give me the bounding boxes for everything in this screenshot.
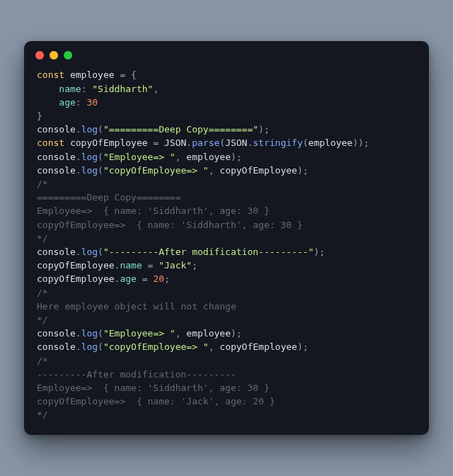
- ident-employee: employee: [186, 152, 231, 162]
- comment-line: Here employee object will not change: [37, 301, 236, 312]
- string-jack: "Jack": [159, 260, 192, 271]
- comment-line: =========Deep Copy========: [37, 192, 181, 203]
- comma: ,: [176, 328, 187, 339]
- semicolon: ;: [192, 260, 197, 271]
- keyword-const: const: [37, 69, 64, 80]
- ident-json: JSON: [164, 137, 186, 148]
- code-window: const employee = { name: "Siddharth", ag…: [24, 41, 429, 434]
- indent: [37, 97, 59, 108]
- paren-close: ): [297, 165, 303, 176]
- dot: .: [76, 152, 81, 162]
- stage: const employee = { name: "Siddharth", ag…: [0, 0, 453, 476]
- paren-open: (: [219, 137, 225, 148]
- comma: ,: [153, 84, 159, 94]
- brace-close: }: [37, 110, 42, 121]
- dot: .: [76, 328, 81, 339]
- comma: ,: [209, 341, 220, 352]
- paren-close: ): [258, 124, 264, 135]
- comment-line: Employee=> { name: 'Siddharth', age: 30 …: [37, 205, 270, 216]
- number-30: 30: [86, 97, 98, 108]
- semicolon: ;: [236, 328, 242, 339]
- dot: .: [186, 137, 192, 148]
- paren-open: (: [303, 137, 309, 148]
- punct: =: [142, 260, 159, 271]
- prop-name: name: [120, 260, 142, 271]
- string-emp-label: "Employee=> ": [103, 152, 176, 162]
- prop-age: age: [59, 97, 75, 108]
- ident-employee: employee: [309, 137, 353, 148]
- comment-open: /*: [37, 178, 48, 189]
- semicolon: ;: [303, 165, 309, 176]
- window-titlebar: [24, 41, 429, 64]
- number-20: 20: [153, 273, 164, 284]
- paren-close: ): [314, 246, 319, 257]
- comment-line: Employee=> { name: 'Siddharth', age: 30 …: [37, 382, 270, 393]
- comment-open: /*: [37, 356, 48, 366]
- ident-copy: copyOfEmployee: [70, 137, 148, 148]
- dot: .: [76, 165, 81, 176]
- colon: :: [81, 84, 93, 94]
- paren-close: ): [231, 152, 236, 162]
- comment-close: */: [37, 409, 48, 420]
- ident-copy: copyOfEmployee: [219, 341, 297, 352]
- code-block: const employee = { name: "Siddharth", ag…: [24, 64, 429, 424]
- comment-line: copyOfEmployee=> { name: 'Jack', age: 20…: [37, 396, 275, 407]
- ident-copy: copyOfEmployee: [37, 260, 115, 271]
- comma: ,: [176, 152, 187, 162]
- punct: =: [137, 273, 153, 284]
- fn-parse: parse: [192, 137, 219, 148]
- ident-console: console: [37, 124, 76, 135]
- prop-age: age: [120, 273, 136, 284]
- paren-close: ): [358, 137, 364, 148]
- ident-copy: copyOfEmployee: [219, 165, 297, 176]
- keyword-const: const: [37, 137, 64, 148]
- ident-console: console: [37, 341, 76, 352]
- comma: ,: [209, 165, 220, 176]
- semicolon: ;: [236, 152, 242, 162]
- paren-close: ): [352, 137, 358, 148]
- fn-log: log: [81, 124, 98, 135]
- paren-open: (: [98, 246, 103, 257]
- prop-name: name: [59, 84, 81, 94]
- semicolon: ;: [364, 137, 369, 148]
- ident-console: console: [37, 246, 76, 257]
- paren-open: (: [98, 152, 103, 162]
- semicolon: ;: [319, 246, 325, 257]
- fn-log: log: [81, 328, 98, 339]
- ident-console: console: [37, 328, 76, 339]
- comment-close: */: [37, 233, 48, 244]
- paren-close: ): [231, 328, 236, 339]
- dot: .: [76, 341, 81, 352]
- punct: =: [115, 69, 131, 80]
- colon: :: [76, 97, 87, 108]
- comment-line: ---------After modification---------: [37, 369, 236, 380]
- dot: .: [76, 246, 81, 257]
- paren-open: (: [98, 165, 103, 176]
- string-copy-label: "copyOfEmployee=> ": [103, 165, 209, 176]
- paren-close: ): [297, 341, 303, 352]
- string-copy-label: "copyOfEmployee=> ": [103, 341, 209, 352]
- ident-console: console: [37, 152, 76, 162]
- fn-stringify: stringify: [253, 137, 302, 148]
- ident-employee: employee: [70, 69, 115, 80]
- semicolon: ;: [164, 273, 170, 284]
- string-deep-header: "=========Deep Copy========": [103, 124, 258, 135]
- string-after-header: "---------After modification---------": [103, 246, 314, 257]
- fn-log: log: [81, 246, 98, 257]
- comment-close: */: [37, 314, 48, 325]
- paren-open: (: [98, 341, 103, 352]
- punct: =: [148, 137, 164, 148]
- minimize-icon[interactable]: [50, 51, 58, 60]
- string-emp-label: "Employee=> ": [103, 328, 176, 339]
- comment-open: /*: [37, 288, 48, 298]
- ident-copy: copyOfEmployee: [37, 273, 115, 284]
- semicolon: ;: [303, 341, 309, 352]
- fn-log: log: [81, 341, 98, 352]
- zoom-icon[interactable]: [64, 51, 72, 60]
- fn-log: log: [81, 165, 98, 176]
- close-icon[interactable]: [35, 51, 44, 60]
- indent: [37, 84, 59, 94]
- fn-log: log: [81, 152, 98, 162]
- brace-open: {: [131, 69, 137, 80]
- ident-json: JSON: [225, 137, 247, 148]
